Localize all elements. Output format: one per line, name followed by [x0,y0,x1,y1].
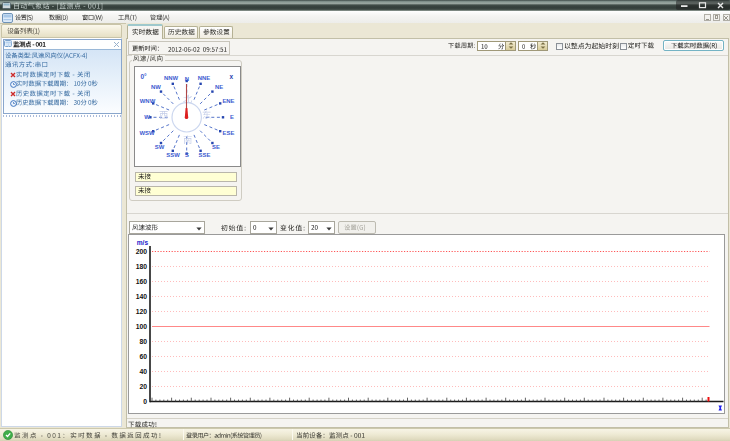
svg-text:SE: SE [212,144,220,150]
svg-text:SW: SW [155,144,165,150]
svg-text:160: 160 [135,278,147,285]
svg-text:N: N [185,76,189,82]
svg-text:140: 140 [135,293,147,300]
svg-text:NNE: NNE [198,75,211,81]
svg-text:0: 0 [143,398,147,405]
svg-text:0°: 0° [141,73,148,80]
svg-text:200: 200 [135,248,147,255]
svg-text:80: 80 [139,338,147,345]
svg-text:NNW: NNW [164,75,179,81]
svg-text:NW: NW [151,84,161,90]
svg-text:ESE: ESE [223,130,235,136]
svg-text:120: 120 [135,308,147,315]
svg-text:W: W [144,114,150,120]
svg-text:60: 60 [139,353,147,360]
svg-text:100: 100 [135,323,147,330]
svg-text:WNW: WNW [140,98,156,104]
svg-text:E: E [230,114,234,120]
svg-text:m/s: m/s [136,239,148,246]
svg-text:180: 180 [135,263,147,270]
svg-text:SSE: SSE [199,152,211,158]
svg-text:NE: NE [215,84,223,90]
svg-text:20: 20 [139,383,147,390]
svg-text:SSW: SSW [166,152,180,158]
svg-text:40: 40 [139,368,147,375]
svg-text:S: S [185,152,189,158]
svg-text:WSW: WSW [139,130,154,136]
svg-text:ENE: ENE [222,98,234,104]
svg-text:x: x [230,73,234,80]
